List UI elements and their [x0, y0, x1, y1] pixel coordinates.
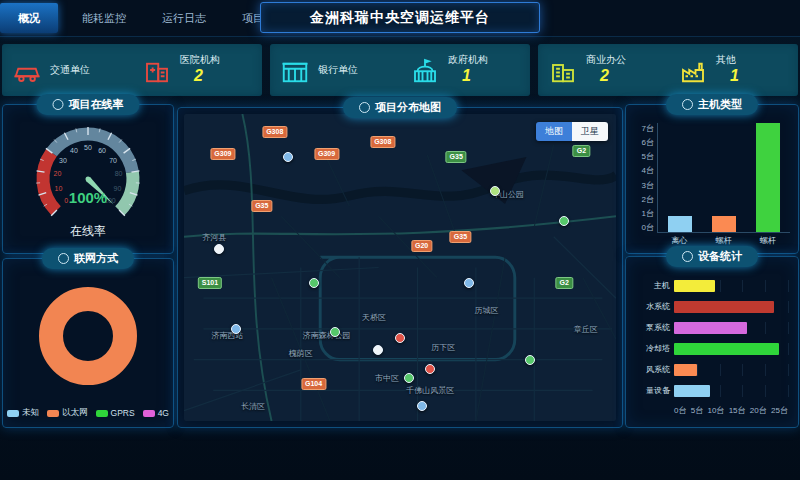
stat-item: 银行单位: [270, 51, 400, 89]
project-marker[interactable]: [395, 333, 405, 343]
bar-离心: [668, 216, 692, 232]
map-btn-地图[interactable]: 地图: [536, 122, 572, 141]
place-label: 槐荫区: [289, 348, 313, 359]
hbar-风系统: [674, 364, 697, 376]
online-rate-gauge: 0102030405060708090100 100% 在线率: [3, 115, 173, 253]
hbar-泵系统: [674, 322, 747, 334]
project-marker[interactable]: [464, 278, 474, 288]
place-label: 市中区: [375, 373, 399, 384]
host-icon: [682, 99, 693, 110]
panel-host-type-header: 主机类型: [666, 94, 758, 115]
road-badge: G308: [370, 136, 395, 148]
place-label: 千佛山风景区: [406, 385, 454, 396]
project-marker[interactable]: [559, 216, 569, 226]
stat-value: 2: [586, 66, 626, 86]
legend-swatch: [96, 410, 108, 417]
hbar-row: 冷却塔: [630, 340, 788, 357]
project-marker[interactable]: [283, 152, 293, 162]
host-type-chart: 7台6台5台4台3台2台1台0台 离心螺杆螺杆: [632, 123, 790, 247]
project-marker[interactable]: [490, 186, 500, 196]
place-label: 章丘区: [574, 323, 598, 334]
legend-item-4G[interactable]: 4G: [143, 407, 169, 419]
map-roads: [184, 114, 616, 421]
stat-value: 1: [448, 66, 488, 86]
hbar-row: 主机: [630, 277, 788, 294]
legend-item-未知[interactable]: 未知: [7, 407, 39, 419]
car-icon: [12, 55, 42, 85]
project-marker[interactable]: [417, 401, 427, 411]
stat-card-0: 交通单位 医院机构 2: [2, 44, 262, 96]
hbar-label: 泵系统: [630, 322, 674, 333]
donut-ring: [51, 299, 125, 373]
factory-icon: [678, 55, 708, 85]
panel-project-map: 项目分布地图 G308G309G308G309: [177, 107, 623, 428]
place-label: 天桥区: [362, 311, 386, 322]
hbar-主机: [674, 280, 715, 292]
map-icon: [359, 102, 370, 113]
road-badge: G309: [210, 148, 235, 160]
device-icon: [682, 251, 693, 262]
nav-tab-0[interactable]: 概况: [0, 3, 58, 33]
y-axis: 7台6台5台4台3台2台1台0台: [632, 123, 657, 247]
gauge-value: 100%: [69, 189, 107, 206]
project-marker[interactable]: [525, 355, 535, 365]
nav-tab-1[interactable]: 能耗监控: [64, 0, 144, 36]
device-stats-chart: 主机 水系统 泵系统 冷却塔 风系统 量设备: [630, 277, 788, 421]
project-marker[interactable]: [309, 278, 319, 288]
page-title-text: 金洲科瑞中央空调运维平台: [310, 9, 490, 27]
hbar-row: 风系统: [630, 361, 788, 378]
road-badge: G104: [301, 378, 326, 390]
svg-text:60: 60: [98, 147, 106, 154]
road-badge: G35: [251, 200, 272, 212]
panel-title: 项目在线率: [69, 97, 124, 112]
hbar-水系统: [674, 301, 774, 313]
network-legend: 未知 以太网 GPRS 4G: [3, 407, 173, 419]
bar-plot: [657, 123, 790, 233]
panel-network-mode-header: 联网方式: [42, 248, 134, 269]
hbar-row: 量设备: [630, 382, 788, 399]
project-marker[interactable]: [330, 327, 340, 337]
svg-text:50: 50: [84, 144, 92, 151]
hospital-icon: [142, 55, 172, 85]
panel-device-stats-header: 设备统计: [666, 246, 758, 267]
panel-project-map-header: 项目分布地图: [343, 97, 457, 118]
hbar-label: 冷却塔: [630, 343, 674, 354]
stat-item: 其他 1: [668, 50, 798, 91]
road-badge: S101: [198, 277, 222, 289]
stat-item: 商业办公 2: [538, 50, 668, 91]
stat-card-2: 商业办公 2 其他 1: [538, 44, 798, 96]
stat-card-1: 银行单位 政府机构 1: [270, 44, 530, 96]
panel-online-rate: 项目在线率 0102030405060708090100 100% 在线率: [2, 104, 174, 254]
stat-item: 交通单位: [2, 51, 132, 89]
stat-label: 商业办公: [586, 54, 626, 67]
panel-online-rate-header: 项目在线率: [37, 94, 140, 115]
road-badge: G309: [314, 148, 339, 160]
bank-icon: [280, 55, 310, 85]
page-title: 金洲科瑞中央空调运维平台: [260, 2, 540, 33]
project-marker[interactable]: [404, 373, 414, 383]
map-btn-卫星[interactable]: 卫星: [572, 122, 608, 141]
legend-item-GPRS[interactable]: GPRS: [96, 407, 135, 419]
stat-value: 2: [180, 66, 220, 86]
legend-item-以太网[interactable]: 以太网: [47, 407, 88, 419]
stats-row: 交通单位 医院机构 2 银行单位: [2, 44, 798, 96]
stat-label: 交通单位: [50, 64, 90, 77]
svg-text:20: 20: [54, 170, 62, 177]
road-badge: G2: [573, 145, 590, 157]
hbar-label: 量设备: [630, 385, 674, 396]
top-navbar: 概况能耗监控运行日志项目列表视频监控 金洲科瑞中央空调运维平台: [0, 0, 800, 37]
project-marker[interactable]: [231, 324, 241, 334]
government-icon: [410, 55, 440, 85]
project-marker[interactable]: [373, 345, 383, 355]
project-marker[interactable]: [214, 244, 224, 254]
map-type-toggle: 地图卫星: [536, 122, 608, 141]
place-label: 长清区: [241, 400, 265, 411]
nav-tab-2[interactable]: 运行日志: [144, 0, 224, 36]
hbar-冷却塔: [674, 343, 779, 355]
link-icon: [53, 99, 64, 110]
stat-label: 政府机构: [448, 54, 488, 67]
map-canvas[interactable]: G308G309G308G309G35G35G2G20G35S101G104G2…: [184, 114, 616, 421]
road-badge: G20: [411, 240, 432, 252]
stat-label: 银行单位: [318, 64, 358, 77]
project-marker[interactable]: [425, 364, 435, 374]
